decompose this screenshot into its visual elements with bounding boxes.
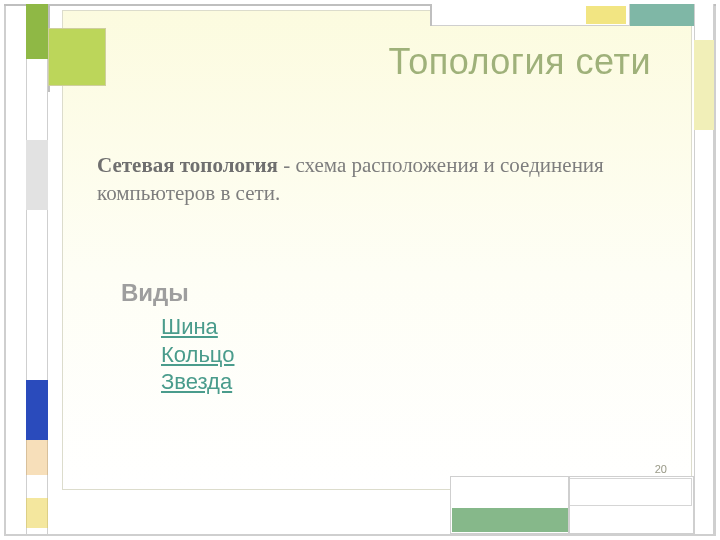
deco-right-pale [694, 40, 714, 130]
deco-topright-sep [430, 4, 432, 26]
deco-left-orange [26, 440, 48, 475]
deco-bottomright-inner [568, 478, 692, 506]
deco-left-yellow [26, 498, 48, 528]
slide-title: Топология сети [63, 41, 651, 83]
frame-left-edge [4, 4, 6, 534]
kind-link-star[interactable]: Звезда [161, 368, 234, 396]
kinds-heading: Виды [121, 279, 189, 307]
deco-left-green [26, 4, 48, 59]
deco-topright-teal [630, 4, 694, 26]
kind-link-ring[interactable]: Кольцо [161, 341, 234, 369]
slide-content: Топология сети Сетевая топология - схема… [62, 10, 692, 490]
kind-link-bus[interactable]: Шина [161, 313, 234, 341]
deco-left-grey [26, 140, 48, 210]
deco-bottomright-vline [568, 476, 570, 534]
page-number: 20 [655, 463, 667, 475]
definition-term: Сетевая топология [97, 153, 278, 177]
frame-bottom-line [4, 534, 716, 536]
deco-topright-yellow [586, 6, 626, 24]
deco-left-blue [26, 380, 48, 440]
deco-bottomright-green [452, 508, 568, 532]
deco-lime-square [48, 28, 106, 86]
definition-text: Сетевая топология - схема расположения и… [97, 151, 631, 208]
frame-right-edge [714, 4, 716, 534]
kinds-list: Шина Кольцо Звезда [161, 313, 234, 396]
